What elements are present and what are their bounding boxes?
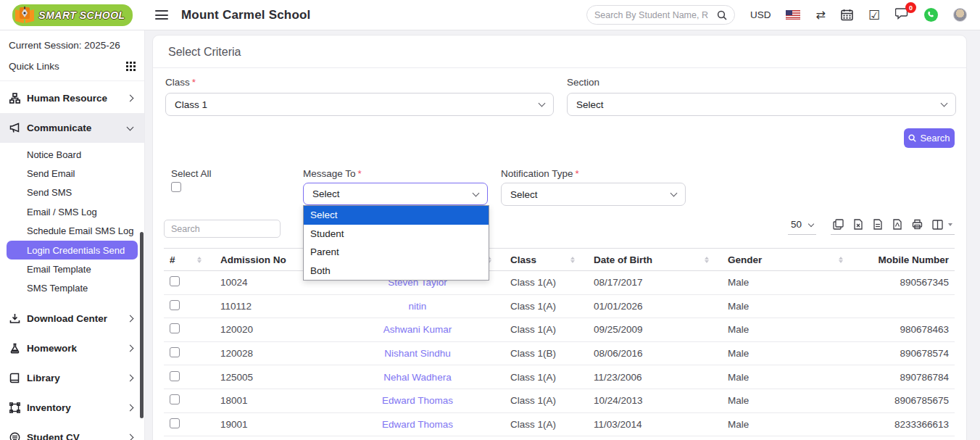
cell-admission-no: 120020 [215,318,331,342]
required-marker: * [576,168,579,179]
cell-date-of-birth: 09/25/2009 [588,318,722,342]
col-header-class[interactable]: Class [504,249,588,271]
cell-gender: Male [722,412,856,436]
col-header-date-of-birth[interactable]: Date of Birth [588,249,722,271]
cell-date-of-birth: 11/03/2014 [588,412,722,436]
sidebar-item-inventory[interactable]: Inventory [0,393,144,423]
calendar-icon[interactable] [841,9,853,21]
cell-gender: Male [722,318,856,342]
sidebar: Current Session: 2025-26 Quick Links Hum… [0,30,145,440]
sidebar-item-download-center[interactable]: Download Center [0,304,144,333]
row-checkbox[interactable] [170,418,180,428]
global-search-input[interactable] [594,10,713,20]
col-header-gender[interactable]: Gender [722,249,856,271]
sidebar-menu: Human Resource Communicate Notice Board … [0,81,144,440]
row-checkbox[interactable] [170,276,180,286]
row-checkbox[interactable] [170,394,180,404]
sidebar-subitem[interactable]: Send Email [0,164,144,183]
currency-selector[interactable]: USD [750,9,771,20]
col-header-mobile-number[interactable]: Mobile Number [856,249,955,271]
search-button[interactable]: Search [904,128,955,148]
sidebar-subitem[interactable]: Login Credentials Send [7,241,138,260]
dropdown-option[interactable]: Select [304,206,489,225]
sidebar-item-student-cv[interactable]: Student CV [0,423,144,440]
sidebar-item-human-resource[interactable]: Human Resource [0,83,144,113]
current-session-label: Current Session: 2025-26 [0,30,144,54]
quick-links[interactable]: Quick Links [0,54,144,81]
cell-mobile-number: 8906785675 [856,389,955,412]
sidebar-subitem[interactable]: SMS Template [0,279,144,298]
table-filter-input[interactable] [164,220,281,238]
sidebar-scrollbar[interactable] [140,232,144,418]
dropdown-option[interactable]: Student [304,225,489,244]
column-visibility-caret-icon[interactable] [948,223,952,226]
cell-date-of-birth: 10/24/2013 [588,389,722,412]
page-size-select[interactable]: 50 [788,217,816,235]
chat-messages[interactable]: 0 [895,7,909,22]
notification-type-select[interactable]: Select [501,183,686,206]
box-icon [9,402,20,413]
page-title: Select Criteria [153,36,966,68]
copy-icon[interactable] [833,219,844,230]
cell-mobile-number: 890678574 [856,341,955,365]
cell-class: Class 1(A) [504,412,588,436]
sidebar-subitem[interactable]: Email / SMS Log [0,202,144,221]
csv-export-icon[interactable] [873,219,883,230]
sidebar-subitem[interactable]: Email Template [0,260,144,278]
pdf-export-icon[interactable] [892,219,902,230]
student-name-link[interactable]: Nehal Wadhera [383,372,451,383]
language-flag-icon[interactable] [786,10,800,20]
sidebar-subitem[interactable]: Notice Board [0,145,144,164]
sidebar-subitem[interactable]: Send SMS [0,183,144,202]
student-name-link[interactable]: nitin [409,301,427,312]
cell-class: Class 1(A) [504,294,588,318]
column-visibility-icon[interactable] [932,220,943,230]
sidebar-item-communicate[interactable]: Communicate [0,113,144,143]
student-name-link[interactable]: Nishant Sindhu [384,348,451,359]
search-icon[interactable] [717,10,727,20]
todo-task-icon[interactable]: ☑ [868,9,880,22]
cell-gender: Male [722,271,856,295]
cell-gender: Male [722,365,856,389]
cell-admission-no: 110112 [215,294,331,318]
notification-type-label: Notification Type* [501,168,579,179]
excel-export-icon[interactable] [853,219,863,230]
whatsapp-icon[interactable] [924,8,938,22]
chevron-right-icon [127,95,134,102]
select-all-label: Select All [171,168,212,179]
cell-mobile-number [856,294,955,318]
student-name-link[interactable]: Edward Thomas [382,395,453,406]
chat-badge: 0 [905,2,916,13]
cell-class: Class 1(A) [504,389,588,412]
row-checkbox[interactable] [170,323,180,333]
dropdown-option[interactable]: Parent [304,243,489,262]
page-size-value: 50 [791,219,802,230]
cell-date-of-birth: 08/17/2017 [588,271,722,295]
dropdown-option[interactable]: Both [304,262,489,281]
chevron-down-icon [127,123,134,130]
row-checkbox[interactable] [170,371,180,381]
book-pen-icon [14,6,36,25]
user-avatar[interactable] [953,8,967,22]
select-all-checkbox[interactable] [171,182,181,192]
message-to-select[interactable]: Select [303,183,488,205]
sidebar-item-homework[interactable]: Homework [0,333,144,363]
student-name-link[interactable]: Ashwani Kumar [383,324,452,335]
section-select[interactable]: Select [567,93,956,116]
row-checkbox[interactable] [170,300,180,310]
row-checkbox[interactable] [170,347,180,357]
sidebar-item-library[interactable]: Library [0,363,144,393]
sidebar-subitem[interactable]: Schedule Email SMS Log [0,222,144,241]
student-name-link[interactable]: Edward Thomas [382,419,453,430]
col-header-index[interactable]: # [164,249,215,271]
cv-icon [9,432,20,440]
swap-currency-icon[interactable]: ⇄ [815,9,825,21]
class-select[interactable]: Class 1 [165,93,554,116]
cell-mobile-number: 890786784 [856,365,955,389]
message-to-select-value: Select [312,188,340,199]
print-icon[interactable] [912,219,923,230]
hamburger-menu-icon[interactable] [155,10,168,20]
logo[interactable]: SMART SCHOOL [0,4,145,26]
table-row: 125005 Nehal Wadhera Class 1(A) 11/23/20… [164,365,955,389]
table-header-row: # Admission No Student Name Class Date o… [164,249,955,271]
